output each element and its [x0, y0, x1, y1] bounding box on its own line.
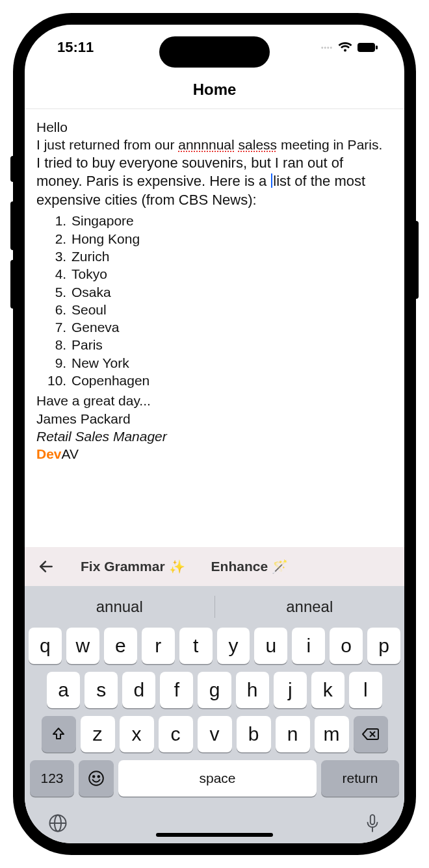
key-z[interactable]: z [81, 716, 115, 752]
key-l[interactable]: l [349, 672, 382, 708]
key-t[interactable]: t [179, 628, 213, 664]
svg-rect-11 [370, 815, 374, 824]
key-q[interactable]: q [29, 628, 62, 664]
key-p[interactable]: p [367, 628, 400, 664]
key-g[interactable]: g [198, 672, 231, 708]
svg-rect-0 [358, 43, 375, 52]
key-m[interactable]: m [315, 716, 349, 752]
volume-up-button [10, 201, 16, 250]
screen: 15:11 •••• Home Hello I just returned fr… [25, 25, 404, 843]
back-icon[interactable] [38, 558, 55, 575]
key-n[interactable]: n [276, 716, 310, 752]
return-key[interactable]: return [321, 760, 399, 797]
enhance-button[interactable]: Enhance 🪄 [211, 559, 289, 574]
key-e[interactable]: e [104, 628, 137, 664]
magic-wand-icon: 🪄 [272, 559, 288, 574]
key-x[interactable]: x [120, 716, 154, 752]
key-y[interactable]: y [217, 628, 250, 664]
editor-line: I just returned from our annnnual saless… [36, 136, 393, 153]
svg-point-5 [89, 771, 103, 785]
key-j[interactable]: j [274, 672, 307, 708]
list-item: Hong Kong [70, 230, 393, 248]
key-o[interactable]: o [330, 628, 363, 664]
key-w[interactable]: w [66, 628, 99, 664]
backspace-key[interactable] [354, 716, 388, 752]
key-k[interactable]: k [311, 672, 344, 708]
list-item: Seoul [70, 301, 393, 318]
side-button [10, 156, 16, 182]
battery-icon [358, 42, 378, 53]
ai-assist-bar: Fix Grammar ✨ Enhance 🪄 [25, 547, 404, 586]
key-r[interactable]: r [142, 628, 175, 664]
list-item: Osaka [70, 283, 393, 301]
spelling-error[interactable]: annnnual [178, 137, 234, 152]
volume-down-button [10, 260, 16, 309]
phone-frame: 15:11 •••• Home Hello I just returned fr… [13, 13, 416, 855]
spelling-error[interactable]: saless [239, 137, 278, 152]
space-key[interactable]: space [118, 760, 317, 797]
dynamic-island [159, 36, 270, 68]
numbers-key[interactable]: 123 [30, 760, 74, 797]
suggestion[interactable]: annual [25, 598, 214, 616]
signature-brand: DevAV [36, 445, 393, 463]
list-item: Tokyo [70, 265, 393, 283]
key-i[interactable]: i [292, 628, 325, 664]
page-title: Home [193, 81, 237, 99]
key-c[interactable]: c [159, 716, 193, 752]
suggestion[interactable]: anneal [215, 598, 405, 616]
key-a[interactable]: a [47, 672, 80, 708]
signature-title: Retail Sales Manager [36, 428, 393, 445]
power-button [413, 221, 419, 299]
cellular-dots-icon: •••• [321, 44, 333, 51]
list-item: Copenhagen [70, 372, 393, 389]
svg-point-7 [98, 776, 99, 778]
key-d[interactable]: d [122, 672, 155, 708]
mic-icon[interactable] [364, 813, 381, 837]
key-v[interactable]: v [198, 716, 232, 752]
list-item: New York [70, 354, 393, 372]
signature-name: James Packard [36, 410, 393, 428]
status-right: •••• [321, 42, 378, 53]
sparkles-icon: ✨ [169, 559, 185, 574]
emoji-key[interactable] [79, 760, 114, 797]
fix-grammar-button[interactable]: Fix Grammar ✨ [81, 559, 185, 574]
home-indicator[interactable] [156, 833, 273, 837]
list-item: Geneva [70, 318, 393, 336]
text-editor[interactable]: Hello I just returned from our annnnual … [25, 109, 404, 547]
key-h[interactable]: h [236, 672, 269, 708]
key-f[interactable]: f [160, 672, 193, 708]
key-b[interactable]: b [237, 716, 271, 752]
editor-line: Have a great day... [36, 392, 393, 409]
wifi-icon [338, 42, 352, 53]
suggestion-row: annual anneal [25, 586, 404, 628]
on-screen-keyboard: annual anneal q w e r t y u i o p [25, 586, 404, 843]
nav-header: Home [25, 70, 404, 109]
editor-line: Hello [36, 118, 393, 136]
svg-rect-1 [376, 45, 378, 49]
shift-key[interactable] [42, 716, 76, 752]
svg-point-6 [93, 776, 95, 778]
editor-line: I tried to buy everyone souvenirs, but I… [36, 154, 393, 210]
status-time: 15:11 [57, 39, 94, 56]
key-s[interactable]: s [84, 672, 118, 708]
ordered-list: Singapore Hong Kong Zurich Tokyo Osaka S… [70, 212, 393, 389]
globe-icon[interactable] [48, 813, 68, 837]
list-item: Singapore [70, 212, 393, 229]
key-u[interactable]: u [254, 628, 287, 664]
list-item: Zurich [70, 248, 393, 265]
text-caret [271, 173, 272, 188]
list-item: Paris [70, 336, 393, 353]
